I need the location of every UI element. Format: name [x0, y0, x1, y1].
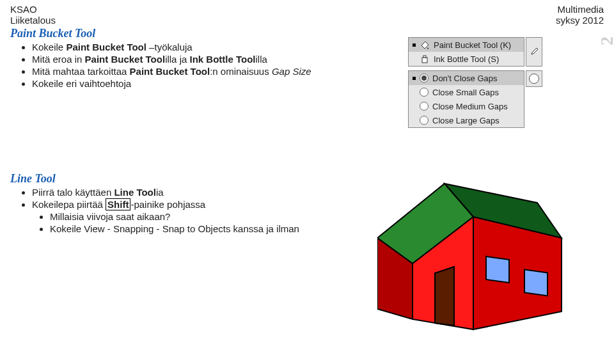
list-item: Piirrä talo käyttäen Line Toolia: [32, 187, 333, 198]
header-left-1: KSAO: [10, 4, 37, 15]
svg-rect-0: [422, 58, 427, 63]
gap-circle-icon: [529, 74, 539, 84]
header-left-2: Liiketalous: [10, 15, 56, 26]
section2-sublist: Millaisia viivoja saat aikaan? Kokeile V…: [50, 211, 333, 234]
gap-size-panel: Don't Close Gaps Close Small Gaps Close …: [408, 70, 524, 128]
gap-option-label: Don't Close Gaps: [432, 74, 497, 83]
selection-marker-icon: [413, 44, 416, 47]
section2-list: Piirrä talo käyttäen Line Toolia Kokeile…: [32, 187, 333, 234]
ink-bottle-icon: [420, 54, 430, 64]
gap-option-small[interactable]: Close Small Gaps: [409, 85, 524, 99]
svg-marker-7: [435, 267, 454, 326]
svg-rect-8: [486, 257, 509, 283]
gap-option-label: Close Small Gaps: [432, 88, 499, 97]
radio-icon: [420, 102, 429, 111]
gap-option-label: Close Medium Gaps: [432, 102, 508, 111]
house-illustration: [377, 177, 563, 331]
gap-option-large[interactable]: Close Large Gaps: [409, 113, 524, 127]
tool-item-ink-bottle[interactable]: Ink Bottle Tool (S): [409, 52, 524, 66]
tool-label: Paint Bucket Tool (K): [434, 40, 511, 50]
gap-option-medium[interactable]: Close Medium Gaps: [409, 99, 524, 113]
tool-item-paint-bucket[interactable]: Paint Bucket Tool (K): [409, 38, 524, 52]
tool-label: Ink Bottle Tool (S): [434, 54, 499, 64]
list-item: Kokeile View - Snapping - Snap to Object…: [50, 223, 333, 234]
header-right-2: syksy 2012: [556, 15, 604, 26]
header-right-1: Multimedia: [557, 4, 604, 15]
gap-option-label: Close Large Gaps: [432, 116, 500, 125]
paint-bucket-icon: [420, 40, 430, 50]
eyedropper-icon: [529, 47, 539, 57]
gap-option-dont-close[interactable]: Don't Close Gaps: [409, 71, 524, 85]
eyedropper-button[interactable]: [526, 37, 542, 67]
gap-preview-button[interactable]: [526, 70, 542, 87]
radio-icon: [420, 88, 429, 97]
list-item: Kokeilepa piirtää Shift-painike pohjassa…: [32, 199, 333, 234]
header: KSAO Multimedia Liiketalous syksy 2012: [0, 0, 614, 26]
page-number-badge: 2: [597, 36, 614, 45]
selection-marker-icon: [413, 77, 416, 80]
list-item: Millaisia viivoja saat aikaan?: [50, 211, 333, 222]
tool-picker-panel: Paint Bucket Tool (K) Ink Bottle Tool (S…: [408, 37, 524, 67]
radio-icon: [420, 116, 429, 125]
svg-rect-1: [423, 56, 426, 58]
svg-rect-9: [524, 269, 547, 296]
radio-icon: [420, 74, 429, 83]
